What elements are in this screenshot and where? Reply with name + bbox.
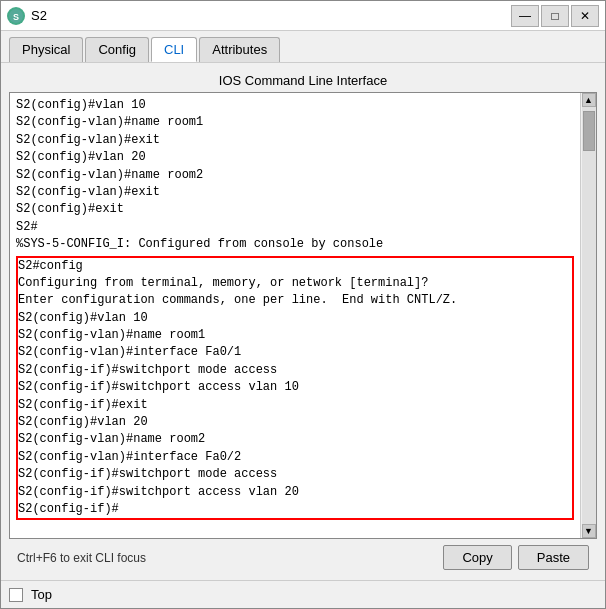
close-button[interactable]: ✕ xyxy=(571,5,599,27)
cli-normal-output: S2(config)#vlan 10 S2(config-vlan)#name … xyxy=(16,97,574,254)
cli-highlight-block: S2#config Configuring from terminal, mem… xyxy=(16,256,574,521)
title-bar: S S2 — □ ✕ xyxy=(1,1,605,31)
title-bar-controls: — □ ✕ xyxy=(511,5,599,27)
top-checkbox[interactable] xyxy=(9,588,23,602)
scrollbar[interactable]: ▲ ▼ xyxy=(580,93,596,538)
cli-title: IOS Command Line Interface xyxy=(9,67,597,92)
main-window: S S2 — □ ✕ Physical Config CLI Attribute… xyxy=(0,0,606,609)
top-label: Top xyxy=(31,587,52,602)
maximize-button[interactable]: □ xyxy=(541,5,569,27)
paste-button[interactable]: Paste xyxy=(518,545,589,570)
window-title: S2 xyxy=(31,8,511,23)
terminal-with-scroll: S2(config)#vlan 10 S2(config-vlan)#name … xyxy=(10,93,596,538)
footer-bar: Top xyxy=(1,580,605,608)
cli-highlighted-output: S2#config Configuring from terminal, mem… xyxy=(18,258,572,519)
copy-button[interactable]: Copy xyxy=(443,545,511,570)
minimize-button[interactable]: — xyxy=(511,5,539,27)
scroll-track xyxy=(582,107,596,524)
content-area: IOS Command Line Interface S2(config)#vl… xyxy=(1,63,605,580)
svg-text:S: S xyxy=(13,12,19,22)
tab-cli[interactable]: CLI xyxy=(151,37,197,62)
action-buttons: Copy Paste xyxy=(443,545,589,570)
tab-attributes[interactable]: Attributes xyxy=(199,37,280,62)
scroll-down-btn[interactable]: ▼ xyxy=(582,524,596,538)
cli-hint: Ctrl+F6 to exit CLI focus xyxy=(17,551,146,565)
app-icon: S xyxy=(7,7,25,25)
tab-physical[interactable]: Physical xyxy=(9,37,83,62)
tab-config[interactable]: Config xyxy=(85,37,149,62)
tab-bar: Physical Config CLI Attributes xyxy=(1,31,605,63)
cli-terminal-wrapper: S2(config)#vlan 10 S2(config-vlan)#name … xyxy=(9,92,597,539)
cli-terminal[interactable]: S2(config)#vlan 10 S2(config-vlan)#name … xyxy=(10,93,580,538)
bottom-bar: Ctrl+F6 to exit CLI focus Copy Paste xyxy=(9,539,597,576)
scroll-thumb[interactable] xyxy=(583,111,595,151)
scroll-up-btn[interactable]: ▲ xyxy=(582,93,596,107)
